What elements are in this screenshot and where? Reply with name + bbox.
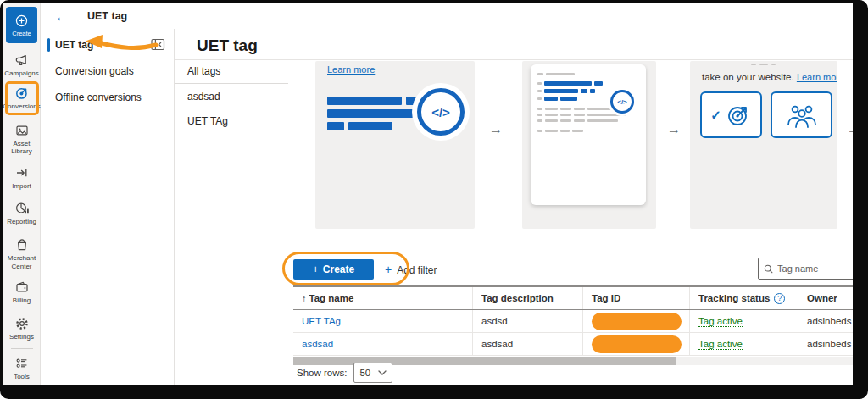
sidebar-item-campaigns[interactable]: Campaigns [3, 48, 41, 81]
sidebar-item-tools[interactable]: Tools [3, 352, 41, 385]
sidebar-item-label: Tools [14, 373, 30, 381]
create-button-label: Create [323, 263, 354, 275]
code-tag-icon: </> [417, 88, 465, 136]
tracking-status-cell: Tag active [690, 310, 798, 332]
conversions-target-icon [14, 86, 30, 101]
goal-target-tile: ✓ [700, 91, 762, 138]
create-tile-button[interactable]: Create [6, 7, 37, 43]
check-icon: ✓ [710, 108, 721, 123]
tag-filter-label: All tags [187, 65, 220, 77]
column-header-tag-id[interactable]: Tag ID [583, 287, 690, 309]
onboarding-carousel: Learn more </> → [296, 61, 853, 230]
pie-chart-icon [14, 201, 30, 216]
subnav-item-uet-tag[interactable]: UET tag [41, 35, 174, 55]
tag-id-cell [583, 333, 690, 355]
sidebar-item-import[interactable]: Import [3, 161, 41, 194]
redaction-pill [592, 313, 682, 330]
show-rows-label: Show rows: [297, 368, 347, 378]
carousel-card-tag-on-page: </> [522, 61, 656, 229]
redaction-pill [592, 335, 682, 353]
cut-text-fragment [751, 64, 776, 65]
sidebar-item-label: Asset Library [9, 140, 35, 156]
show-rows-control: Show rows: 50 [297, 363, 392, 383]
rows-per-page-select[interactable]: 50 [353, 363, 392, 383]
tag-active-status[interactable]: Tag active [698, 316, 743, 327]
help-icon[interactable]: ? [774, 293, 785, 304]
carousel-card-track-actions: take on your website. Learn more ✓ [690, 61, 837, 229]
subnav-item-label: UET tag [55, 39, 93, 51]
search-icon [764, 263, 773, 274]
left-icon-rail: Create Campaigns Conversions Asset Libra… [3, 3, 41, 385]
sort-ascending-icon: ↑ [302, 293, 307, 303]
tag-id-cell [583, 310, 690, 332]
import-arrow-icon [14, 165, 30, 180]
add-filter-label: Add filter [397, 264, 437, 276]
chevron-down-icon [378, 370, 387, 375]
sidebar-item-asset-library[interactable]: Asset Library [3, 119, 41, 159]
flow-arrow-icon: → [847, 122, 853, 137]
tag-filter-label: asdsad [187, 91, 220, 103]
collapse-panel-icon[interactable] [151, 38, 165, 51]
tag-active-status[interactable]: Tag active [698, 339, 743, 350]
sidebar-item-settings[interactable]: Settings [3, 312, 41, 345]
sidebar-item-conversions[interactable]: Conversions [3, 81, 41, 114]
sidebar-item-label: Campaigns [4, 69, 38, 78]
megaphone-icon [14, 53, 30, 68]
carousel-card-install-tag: Learn more </> [315, 61, 475, 229]
column-header-tracking-status[interactable]: Tracking status? [690, 287, 798, 309]
breadcrumb-title: UET tag [87, 10, 127, 22]
selected-accent-bar [47, 38, 50, 52]
tag-description-cell: asdsd [473, 310, 583, 332]
owner-cell: adsinbeds (G11900 [798, 310, 853, 332]
wallet-icon [14, 280, 30, 295]
plus-icon: + [385, 263, 392, 276]
flow-arrow-icon: → [667, 122, 681, 137]
sidebar-item-label: Reporting [7, 218, 36, 226]
sidebar-item-merchant-center[interactable]: Merchant Center [3, 233, 41, 274]
learn-more-link[interactable]: Learn more [797, 72, 837, 82]
conversions-subnav: UET tag Conversion goals Offline convers… [41, 29, 175, 385]
column-header-tag-name[interactable]: ↑Tag name [293, 287, 473, 309]
flow-arrow-icon: → [489, 122, 503, 137]
sidebar-item-label: Settings [9, 333, 34, 341]
add-filter-button[interactable]: +Add filter [385, 263, 437, 276]
code-bars-illustration: </> [327, 97, 466, 132]
people-group-icon [785, 101, 819, 130]
column-header-tag-description[interactable]: Tag description [473, 287, 583, 309]
tags-table: ↑Tag name Tag description Tag ID Trackin… [293, 285, 853, 365]
target-dart-icon [725, 102, 752, 129]
sidebar-item-billing[interactable]: Billing [3, 275, 41, 308]
webpage-document-illustration: </> [531, 64, 646, 205]
subnav-item-label: Conversion goals [55, 65, 134, 77]
subnav-item-offline-conversions[interactable]: Offline conversions [41, 87, 174, 108]
sidebar-item-label: Import [12, 182, 31, 191]
rail-divider [11, 348, 33, 349]
tag-filter-all-tags[interactable]: All tags [175, 59, 288, 84]
circle-plus-icon [14, 14, 29, 28]
tag-filter-label: UET TAg [187, 115, 228, 127]
tag-name-link[interactable]: asdsad [293, 333, 473, 355]
create-button[interactable]: +Create [293, 259, 374, 280]
sidebar-item-label: Conversions [3, 103, 41, 111]
tracking-status-cell: Tag active [690, 333, 798, 355]
gear-icon [14, 316, 30, 331]
back-arrow-icon[interactable]: ← [55, 9, 68, 24]
column-header-owner[interactable]: Owner [798, 287, 853, 309]
code-tag-icon: </> [610, 90, 634, 114]
audience-tile [771, 91, 832, 138]
search-input[interactable] [777, 263, 853, 274]
card-text: take on your website. Learn more [702, 72, 837, 82]
sidebar-item-reporting[interactable]: Reporting [3, 197, 41, 230]
learn-more-link[interactable]: Learn more [327, 64, 375, 75]
shopping-bag-icon [14, 237, 30, 252]
tag-filter-uet-tag[interactable]: UET TAg [175, 108, 288, 133]
tag-filter-asdsad[interactable]: asdsad [175, 84, 288, 108]
main-content: UET tag All tags asdsad UET TAg Learn mo… [175, 29, 853, 385]
table-row: asdsad asdsad Tag active adsinbeds (G119… [293, 333, 853, 356]
plus-icon: + [313, 263, 319, 275]
tag-name-link[interactable]: UET TAg [293, 310, 473, 332]
subnav-item-conversion-goals[interactable]: Conversion goals [41, 61, 174, 81]
sidebar-item-label: Merchant Center [8, 254, 36, 270]
tag-description-cell: asdsad [473, 333, 583, 355]
owner-cell: adsinbeds (G11900 [798, 333, 853, 355]
